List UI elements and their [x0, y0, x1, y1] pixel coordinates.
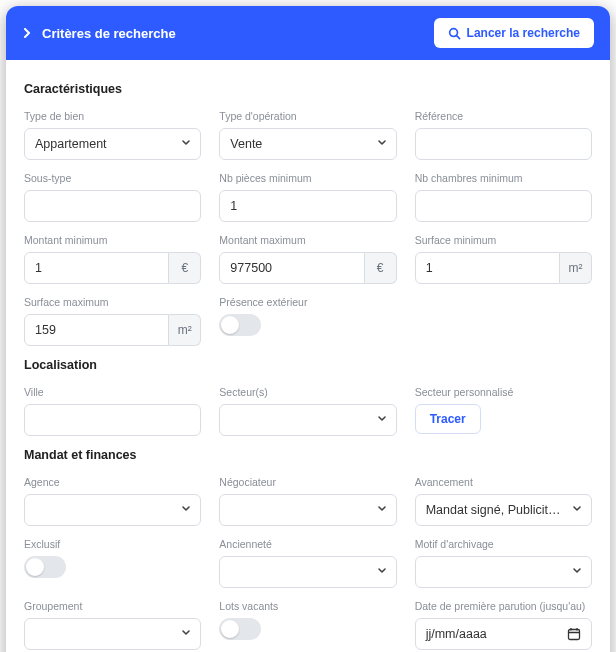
chevron-down-icon: [180, 503, 192, 518]
grouping-select[interactable]: [24, 618, 201, 650]
header-left[interactable]: Critères de recherche: [22, 26, 434, 41]
chevron-down-icon: [571, 565, 583, 580]
property-type-select[interactable]: Appartement: [24, 128, 201, 160]
euro-unit: €: [169, 252, 201, 284]
chevron-down-icon: [571, 503, 583, 518]
negotiator-select[interactable]: [219, 494, 396, 526]
label-min-rooms: Nb pièces minimum: [219, 172, 396, 184]
launch-search-button[interactable]: Lancer la recherche: [434, 18, 594, 48]
label-max-amount: Montant maximum: [219, 234, 396, 246]
calendar-icon: [567, 627, 581, 641]
min-rooms-input[interactable]: 1: [219, 190, 396, 222]
euro-unit: €: [365, 252, 397, 284]
operation-type-value: Vente: [230, 137, 262, 151]
panel-header: Critères de recherche Lancer la recherch…: [6, 6, 610, 60]
label-subtype: Sous-type: [24, 172, 201, 184]
sqm-unit: m²: [560, 252, 592, 284]
chevron-down-icon: [376, 503, 388, 518]
exterior-toggle[interactable]: [219, 314, 261, 336]
max-surface-value: 159: [35, 323, 56, 337]
label-vacant-lots: Lots vacants: [219, 600, 396, 612]
svg-line-1: [456, 35, 459, 38]
label-exterior: Présence extérieur: [219, 296, 396, 308]
label-min-bedrooms: Nb chambres minimum: [415, 172, 592, 184]
label-min-surface: Surface minimum: [415, 234, 592, 246]
max-amount-input[interactable]: 977500: [219, 252, 364, 284]
first-pub-date-input[interactable]: jj/mm/aaaa: [415, 618, 592, 650]
progress-select[interactable]: Mandat signé, Publicité effectu…: [415, 494, 592, 526]
label-archive-reason: Motif d'archivage: [415, 538, 592, 550]
archive-reason-select[interactable]: [415, 556, 592, 588]
max-amount-value: 977500: [230, 261, 272, 275]
operation-type-select[interactable]: Vente: [219, 128, 396, 160]
chevron-down-icon: [376, 565, 388, 580]
chevron-right-icon: [22, 28, 32, 38]
first-pub-date-placeholder: jj/mm/aaaa: [426, 627, 487, 641]
launch-search-label: Lancer la recherche: [467, 26, 580, 40]
subtype-input[interactable]: [24, 190, 201, 222]
label-seniority: Ancienneté: [219, 538, 396, 550]
toggle-knob: [221, 316, 239, 334]
reference-input[interactable]: [415, 128, 592, 160]
section-characteristics: Caractéristiques: [24, 82, 592, 96]
label-exclusive: Exclusif: [24, 538, 201, 550]
chevron-down-icon: [376, 137, 388, 152]
min-surface-input[interactable]: 1: [415, 252, 560, 284]
search-criteria-panel: Critères de recherche Lancer la recherch…: [6, 6, 610, 652]
section-mandate: Mandat et finances: [24, 448, 592, 462]
property-type-value: Appartement: [35, 137, 107, 151]
label-property-type: Type de bien: [24, 110, 201, 122]
sectors-select[interactable]: [219, 404, 396, 436]
label-custom-sector: Secteur personnalisé: [415, 386, 592, 398]
min-rooms-value: 1: [230, 199, 237, 213]
min-bedrooms-input[interactable]: [415, 190, 592, 222]
panel-title: Critères de recherche: [42, 26, 176, 41]
min-surface-value: 1: [426, 261, 433, 275]
vacant-lots-toggle[interactable]: [219, 618, 261, 640]
exclusive-toggle[interactable]: [24, 556, 66, 578]
chevron-down-icon: [180, 627, 192, 642]
chevron-down-icon: [376, 413, 388, 428]
label-first-pub-date: Date de première parution (jusqu'au): [415, 600, 592, 612]
label-negotiator: Négociateur: [219, 476, 396, 488]
max-surface-input[interactable]: 159: [24, 314, 169, 346]
chevron-down-icon: [180, 137, 192, 152]
label-operation-type: Type d'opération: [219, 110, 396, 122]
panel-body: Caractéristiques Type de bien Appartemen…: [6, 60, 610, 652]
svg-rect-2: [568, 630, 579, 640]
label-city: Ville: [24, 386, 201, 398]
trace-button[interactable]: Tracer: [415, 404, 481, 434]
min-amount-value: 1: [35, 261, 42, 275]
label-progress: Avancement: [415, 476, 592, 488]
city-input[interactable]: [24, 404, 201, 436]
label-max-surface: Surface maximum: [24, 296, 201, 308]
label-reference: Référence: [415, 110, 592, 122]
label-agency: Agence: [24, 476, 201, 488]
label-sectors: Secteur(s): [219, 386, 396, 398]
toggle-knob: [26, 558, 44, 576]
toggle-knob: [221, 620, 239, 638]
seniority-select[interactable]: [219, 556, 396, 588]
search-icon: [448, 27, 461, 40]
label-grouping: Groupement: [24, 600, 201, 612]
progress-value: Mandat signé, Publicité effectu…: [426, 503, 563, 517]
section-location: Localisation: [24, 358, 592, 372]
sqm-unit: m²: [169, 314, 201, 346]
min-amount-input[interactable]: 1: [24, 252, 169, 284]
label-min-amount: Montant minimum: [24, 234, 201, 246]
agency-select[interactable]: [24, 494, 201, 526]
